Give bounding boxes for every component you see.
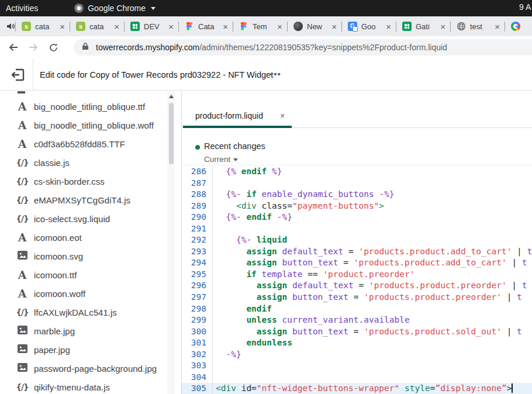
code-text: <div id="nft-widget-buttons-wrapper" sty… bbox=[212, 383, 513, 394]
code-line[interactable]: 289 <div class="payment-buttons"> bbox=[182, 201, 532, 212]
line-number: 294 bbox=[182, 257, 212, 269]
file-item[interactable]: {/}cs-skin-border.css bbox=[0, 172, 166, 191]
lock-icon[interactable] bbox=[82, 42, 89, 53]
tab-close-icon[interactable]: × bbox=[331, 22, 337, 31]
code-text: assign button_text = 'products.product.s… bbox=[212, 326, 522, 338]
tab-product-form-liquid[interactable]: product-form.liquid × bbox=[183, 98, 292, 128]
code-text: assign default_text = 'products.product.… bbox=[212, 280, 527, 292]
browser-tab-New[interactable]: New× bbox=[288, 16, 341, 36]
speaker-icon[interactable] bbox=[6, 22, 15, 31]
code-line[interactable]: 287 bbox=[182, 178, 532, 189]
scrollbar-thumb[interactable] bbox=[169, 103, 174, 164]
browser-tab-cata[interactable]: scata× bbox=[16, 16, 70, 36]
file-item[interactable]: icomoon.svg bbox=[0, 247, 166, 265]
url-bar[interactable]: towerrecords.myshopify.com/admin/themes/… bbox=[74, 39, 532, 56]
file-name: qikify-tmenu-data.js bbox=[34, 382, 110, 392]
tab-close-icon[interactable]: × bbox=[495, 22, 500, 31]
browser-tab-Cata[interactable]: Cata× bbox=[179, 16, 233, 36]
sidebar-scrollbar[interactable] bbox=[167, 91, 175, 394]
code-text: <div class="payment-buttons"> bbox=[212, 201, 384, 212]
file-item[interactable]: {/}lfcAXLwjkDALc541.js bbox=[0, 303, 166, 322]
browser-tab-Tem[interactable]: Tem× bbox=[233, 16, 287, 36]
file-item[interactable]: password-page-background.jpg bbox=[0, 359, 166, 378]
tab-close-icon[interactable]: × bbox=[223, 22, 228, 31]
line-number: 292 bbox=[182, 234, 212, 246]
line-number: 288 bbox=[182, 189, 212, 201]
file-item[interactable]: Aicomoon.eot bbox=[0, 228, 166, 247]
code-line-active[interactable]: 305<div id="nft-widget-buttons-wrapper" … bbox=[182, 383, 532, 394]
browser-tab-DEV[interactable]: DEV× bbox=[125, 16, 178, 36]
file-item[interactable]: Aicomoon.woff bbox=[0, 284, 166, 303]
code-line[interactable]: 288 {%- if enable_dynamic_buttons -%} bbox=[182, 189, 532, 201]
line-number: 302 bbox=[182, 349, 212, 361]
line-number: 295 bbox=[182, 269, 212, 281]
line-number: 293 bbox=[182, 246, 212, 258]
tab-close-icon[interactable]: × bbox=[114, 22, 119, 31]
file-name: eMAPMXSyTCgGdiT4.js bbox=[34, 195, 130, 205]
tab-close-icon[interactable]: × bbox=[386, 22, 391, 31]
file-item[interactable]: Abig_noodle_titling_oblique.woff bbox=[0, 116, 166, 134]
chevron-down-icon[interactable] bbox=[233, 158, 238, 161]
code-line[interactable]: 296 assign default_text = 'products.prod… bbox=[182, 280, 532, 292]
file-item[interactable]: {/}ico-select.svg.liquid bbox=[0, 209, 166, 228]
dark-globe-icon bbox=[293, 22, 303, 31]
file-name: big_noodle_titling_oblique.woff bbox=[34, 120, 154, 130]
file-item[interactable]: paper.jpg bbox=[0, 340, 166, 359]
line-number: 286 bbox=[182, 166, 212, 178]
browser-tab-Goo[interactable]: GGoo× bbox=[342, 16, 396, 36]
forward-button[interactable] bbox=[23, 42, 43, 53]
app-menu[interactable]: Google Chrome bbox=[74, 4, 156, 13]
back-button[interactable] bbox=[4, 42, 23, 53]
file-item[interactable]: {/}eMAPMXSyTCgGdiT4.js bbox=[0, 191, 166, 209]
code-line[interactable]: 286 {% endif %} bbox=[182, 166, 532, 178]
code-editor[interactable]: 286 {% endif %}287288 {%- if enable_dyna… bbox=[182, 166, 532, 394]
code-line[interactable]: 302 -%} bbox=[182, 349, 532, 361]
code-line[interactable]: 300 assign button_text = 'products.produ… bbox=[182, 326, 532, 338]
file-item[interactable]: {/}classie.js bbox=[0, 153, 166, 172]
file-item[interactable]: marble.jpg bbox=[0, 322, 166, 340]
more-options-button[interactable]: ••• bbox=[270, 69, 281, 79]
exit-code-editor-button[interactable] bbox=[11, 67, 26, 82]
code-line[interactable]: 297 assign button_text = 'products.produ… bbox=[182, 292, 532, 303]
code-text: assign button_text = 'products.product.a… bbox=[212, 257, 527, 269]
editor-tab-label: product-form.liquid bbox=[195, 111, 263, 120]
code-line[interactable]: 292 {%- liquid bbox=[182, 234, 532, 246]
file-name: cs-skin-border.css bbox=[34, 177, 105, 186]
scroll-up-arrow-icon[interactable] bbox=[169, 95, 174, 98]
version-dropdown[interactable]: Current bbox=[204, 155, 230, 164]
code-line[interactable]: 298 endif bbox=[182, 303, 532, 315]
tab-close-icon[interactable]: × bbox=[440, 22, 445, 31]
browser-tab-test[interactable]: test× bbox=[451, 16, 505, 36]
clock[interactable]: 9 A bbox=[519, 2, 532, 12]
file-name: c0df3a6b528fdd85.TTF bbox=[34, 139, 125, 149]
file-item[interactable]: Aicomoon.ttf bbox=[0, 265, 166, 284]
sheets-icon bbox=[402, 22, 412, 31]
editor-tab-close-icon[interactable]: × bbox=[280, 111, 285, 120]
file-item[interactable]: Ac0df3a6b528fdd85.TTF bbox=[0, 134, 166, 153]
code-line[interactable]: 295 if template == 'product.preorder' bbox=[182, 269, 532, 281]
tab-close-icon[interactable]: × bbox=[60, 22, 65, 31]
code-line[interactable]: 294 assign button_text = 'products.produ… bbox=[182, 257, 532, 269]
browser-tab-cata[interactable]: scata× bbox=[70, 16, 124, 36]
tab-close-icon[interactable]: × bbox=[277, 22, 282, 31]
file-sidebar: Abig_noodle_titling_oblique.ttfAbig_nood… bbox=[0, 91, 181, 394]
activities-button[interactable]: Activities bbox=[6, 4, 38, 13]
code-line[interactable]: 290 {%- endif -%} bbox=[182, 212, 532, 223]
file-item[interactable]: {/}qikify-tmenu-data.js bbox=[0, 378, 166, 394]
shopify-icon: s bbox=[76, 22, 85, 31]
recent-changes-label: Recent changes bbox=[204, 141, 265, 151]
desktop-top-bar: Activities Google Chrome 9 A bbox=[0, 0, 532, 16]
code-line[interactable]: 304 bbox=[182, 372, 532, 383]
tab-close-icon[interactable]: × bbox=[168, 22, 174, 31]
file-item[interactable]: Abig_noodle_titling_oblique.ttf bbox=[0, 97, 166, 116]
file-name: ico-select.svg.liquid bbox=[34, 214, 110, 224]
code-line[interactable]: 303 bbox=[182, 360, 532, 372]
browser-tab-google[interactable] bbox=[505, 16, 532, 36]
code-line[interactable]: 291 bbox=[182, 223, 532, 235]
reload-button[interactable] bbox=[43, 43, 63, 53]
tab-title: cata bbox=[35, 22, 55, 31]
code-line[interactable]: 293 assign default_text = 'products.prod… bbox=[182, 246, 532, 258]
browser-tab-Gati[interactable]: Gati× bbox=[396, 16, 450, 36]
code-line[interactable]: 301 endunless bbox=[182, 337, 532, 349]
code-line[interactable]: 299 unless current_variant.available bbox=[182, 314, 532, 326]
